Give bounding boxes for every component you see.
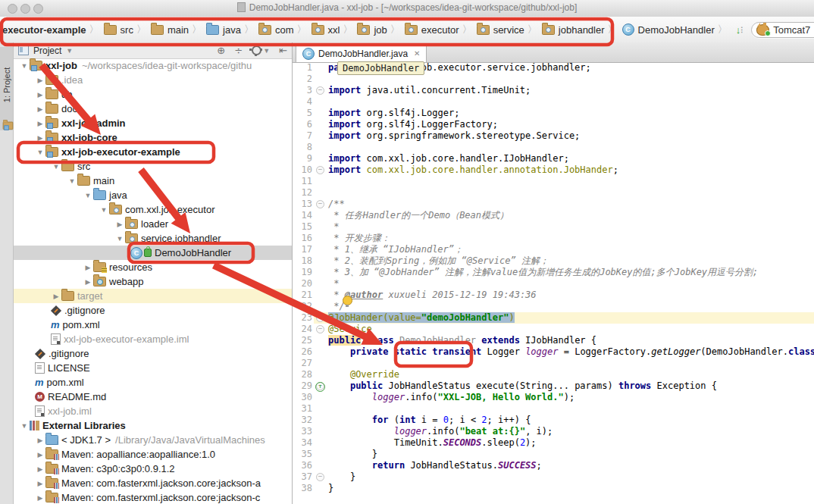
breadcrumb-item-executor[interactable]: executor〉 (405, 23, 475, 36)
expand-arrow-icon[interactable]: ▶ (35, 91, 45, 99)
breadcrumb-item-xxl[interactable]: xxl〉 (312, 23, 356, 36)
collapse-all-icon[interactable]: ÷ (234, 45, 243, 56)
library-folder-icon (45, 449, 58, 459)
intention-bulb-icon[interactable] (343, 296, 352, 305)
tree-item-maven-aopalliance-aopalliance-1-0[interactable]: ▶Maven: aopalliance:aopalliance:1.0 (14, 447, 292, 462)
tree-item-com-xxl-job-executor[interactable]: ▼com.xxl.job.executor (14, 202, 292, 217)
expand-arrow-icon[interactable]: ▶ (35, 451, 45, 459)
tree-item--jdk1-7-[interactable]: ▶< JDK1.7 >/Library/Java/JavaVirtualMach… (14, 433, 292, 447)
hide-panel-icon[interactable]: ⇤ (279, 45, 287, 56)
tree-item-external-libraries[interactable]: ▼External Libraries (14, 418, 292, 433)
expand-arrow-icon[interactable]: ▶ (83, 278, 93, 286)
expand-arrow-icon[interactable]: ▶ (83, 264, 93, 271)
tree-item-readme-md[interactable]: MREADME.md (14, 390, 292, 404)
collapse-arrow-icon[interactable]: ▼ (19, 62, 30, 70)
tree-item-loader[interactable]: ▶loader (14, 217, 292, 231)
collapse-arrow-icon[interactable]: ▼ (67, 177, 77, 185)
expand-arrow-icon[interactable]: ▶ (35, 465, 45, 473)
collapse-arrow-icon[interactable]: ▼ (99, 206, 109, 214)
tree-item-xxl-job[interactable]: ▼xxl-job~/workspaces/idea-git-workspace/… (14, 58, 292, 73)
run-configuration-label: Tomcat7 (773, 24, 810, 36)
locate-file-icon[interactable]: ⊕ (217, 45, 225, 56)
fold-marker-icon[interactable]: – (316, 86, 324, 95)
tree-item-pom-xml[interactable]: mpom.xml (14, 318, 292, 332)
collapse-arrow-icon[interactable]: ▼ (35, 149, 45, 156)
tree-item-xxl-job-executor-example-iml[interactable]: xxl-job-executor-example.iml (14, 332, 292, 346)
line-number: 30 (293, 392, 312, 403)
tool-window-tab-project[interactable]: 1: Project (0, 47, 13, 130)
jdk-folder-icon (45, 435, 58, 445)
expand-arrow-icon[interactable]: ▶ (35, 120, 45, 127)
breadcrumb-item-demojobhandler[interactable]: CDemoJobHandler〉 (622, 23, 731, 36)
breadcrumb-item-com[interactable]: com〉 (258, 23, 310, 36)
tree-item-pom-xml[interactable]: mpom.xml (14, 375, 292, 390)
tree-item-license[interactable]: LICENSE (14, 361, 292, 375)
tree-item-java[interactable]: ▼java (14, 188, 292, 202)
override-gutter-icon[interactable]: ↑ (315, 382, 325, 392)
breadcrumb-item-jobhandler[interactable]: jobhandler〉 (542, 23, 621, 36)
chevron-down-icon[interactable]: ▼ (66, 47, 73, 55)
tree-item-path-suffix: /Library/Java/JavaVirtualMachines (115, 434, 265, 446)
code-area[interactable]: 1package com.xxl.job.executor.service.jo… (293, 62, 814, 504)
line-number: 31 (293, 403, 312, 415)
select-in-down-icon[interactable]: ↓ (736, 24, 741, 36)
tree-item-maven-com-fasterxml-jackson-core-jackson-c[interactable]: ▶Maven: com.fasterxml.jackson.core:jacks… (14, 490, 292, 504)
collapse-arrow-icon[interactable]: ▼ (83, 192, 93, 199)
tree-item-xxl-job-iml[interactable]: xxl-job.iml (14, 404, 292, 418)
tree-item-xxl-job-core[interactable]: ▶xxl-job-core (14, 130, 292, 145)
expand-arrow-icon[interactable]: ▶ (35, 77, 45, 84)
line-number: 10 (293, 164, 312, 176)
collapse-arrow-icon[interactable]: ▼ (51, 163, 61, 171)
tree-item-demojobhandler[interactable]: CDemoJobHandler (14, 246, 292, 260)
tree-item-webapp[interactable]: ▶webapp (14, 274, 292, 289)
close-icon[interactable]: ✕ (414, 49, 420, 58)
tree-item-src[interactable]: ▼src (14, 159, 292, 174)
tree-item-target[interactable]: ▶target (14, 289, 292, 303)
fold-marker-icon[interactable]: – (316, 200, 324, 208)
collapse-arrow-icon[interactable]: ▼ (19, 422, 30, 430)
tree-item-maven-c3p0-c3p0-0-9-1-2[interactable]: ▶Maven: c3p0:c3p0:0.9.1.2 (14, 462, 292, 476)
run-configuration-select[interactable]: Tomcat7 ▼ (751, 22, 814, 38)
tree-item-doc[interactable]: ▶doc (14, 102, 292, 116)
fold-marker-icon[interactable]: – (316, 314, 324, 322)
tree-item--gitignore[interactable]: .gitignore (14, 346, 292, 361)
tree-item-maven-com-fasterxml-jackson-core-jackson-a[interactable]: ▶Maven: com.fasterxml.jackson.core:jacks… (14, 476, 292, 490)
settings-gear-icon[interactable]: ▼ (252, 45, 270, 55)
tree-item-db[interactable]: ▶db (14, 87, 292, 102)
tree-item--idea[interactable]: ▶.idea (14, 73, 292, 87)
expand-arrow-icon[interactable]: ▶ (35, 134, 45, 142)
expand-arrow-icon[interactable]: ▶ (51, 293, 61, 300)
editor-tab-demojobhandler[interactable]: C DemoJobHandler.java ✕ (296, 44, 427, 62)
fold-marker-icon[interactable]: – (316, 473, 324, 481)
expand-arrow-icon[interactable]: ▶ (35, 105, 45, 113)
line-number: 7 (293, 130, 312, 142)
expand-arrow-icon[interactable]: ▶ (35, 494, 45, 502)
tree-item-resources[interactable]: ▶resources (14, 260, 292, 274)
expand-arrow-icon[interactable]: ▶ (35, 437, 45, 444)
fold-marker-icon[interactable]: – (316, 166, 324, 174)
expand-arrow-icon[interactable]: ▶ (35, 480, 45, 487)
code-line-27: 27 (293, 358, 814, 369)
breadcrumb-item-job[interactable]: job〉 (357, 23, 402, 36)
expand-arrow-icon[interactable]: ▶ (114, 221, 125, 228)
module-folder-icon (30, 61, 42, 70)
breadcrumb-item-java[interactable]: java〉 (206, 23, 257, 36)
collapse-arrow-icon[interactable]: ▼ (114, 235, 125, 243)
tree-item-main[interactable]: ▼main (14, 174, 292, 188)
tree-item-xxl-job-admin[interactable]: ▶xxl-job-admin (14, 116, 292, 130)
tree-item-path-suffix: ~/workspaces/idea-git-workspace/githu (82, 60, 252, 71)
breadcrumb-item-main[interactable]: main〉 (151, 23, 205, 36)
tree-item-xxl-job-executor-example[interactable]: ▼xxl-job-executor-example (14, 145, 292, 159)
tree-item-label: .gitignore (49, 348, 89, 359)
line-number: 37 (293, 471, 312, 483)
fold-marker-icon[interactable]: – (316, 325, 324, 333)
tree-item--gitignore[interactable]: .gitignore (14, 303, 292, 318)
tree-item-service-jobhandler[interactable]: ▼service.jobhandler (14, 231, 292, 246)
breadcrumb-item-executor-example[interactable]: executor-example〉 (2, 23, 102, 36)
breadcrumb-item-service[interactable]: service〉 (477, 23, 540, 36)
line-number: 38 (293, 483, 312, 494)
breadcrumb-separator: 〉 (718, 23, 728, 36)
public-lock-icon (144, 249, 152, 257)
resources-folder-icon (93, 262, 106, 272)
breadcrumb-item-src[interactable]: src〉 (104, 23, 149, 36)
